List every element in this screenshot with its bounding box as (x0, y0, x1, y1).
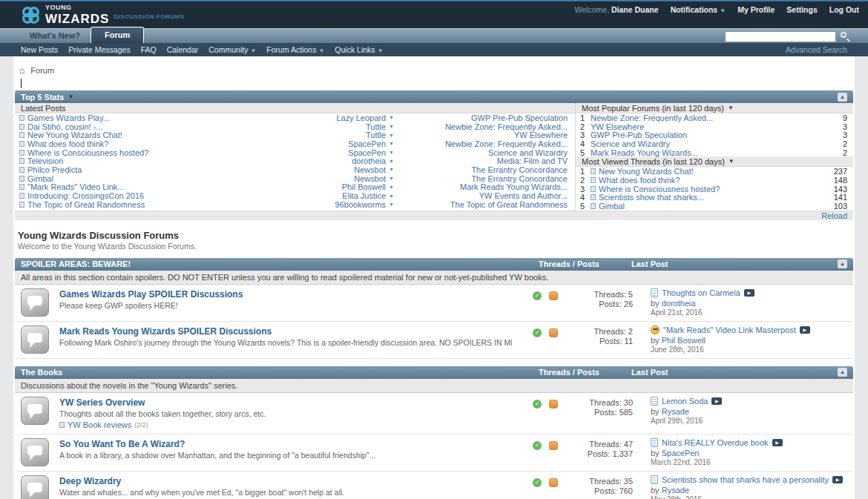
chevron-down-icon[interactable]: ▼ (389, 115, 394, 120)
viewed-thread-link[interactable]: What does food think? (599, 176, 831, 185)
latest-post-forum[interactable]: GWP Pre-Pub Speculation (401, 113, 571, 122)
chevron-down-icon[interactable]: ▼ (389, 150, 394, 155)
latest-post-user[interactable]: Lazy Leopard (303, 113, 386, 122)
breadcrumb-forum[interactable]: Forum (30, 66, 54, 75)
rss-icon[interactable] (549, 441, 558, 450)
viewed-thread-link[interactable]: Where is Consciousness hosted? (599, 185, 831, 194)
latest-post-forum[interactable]: Newbie Zone: Frequently Asked... (401, 139, 571, 148)
nav-new-posts[interactable]: New Posts (21, 45, 58, 54)
latest-post-user[interactable]: Phil Boswell (303, 182, 386, 191)
latest-post-title[interactable]: New Young Wizards Chat! (27, 130, 122, 139)
goto-last-post-icon[interactable]: ▶ (744, 289, 754, 297)
latest-post-title[interactable]: Gimbal (27, 174, 53, 183)
last-post-link[interactable]: Scientists show that sharks have a perso… (662, 475, 829, 484)
latest-post-user[interactable]: SpacePen (303, 139, 386, 148)
latest-post-forum[interactable]: YW Elsewhere (401, 130, 571, 139)
tab-whats-new[interactable]: What's New? (19, 29, 91, 43)
last-post-author[interactable]: dorotheia (662, 299, 696, 308)
reload-link[interactable]: Reload (821, 211, 847, 220)
latest-post-title[interactable]: Games Wizards Play... (27, 113, 110, 122)
nav-forum-actions[interactable]: Forum Actions▼ (266, 45, 324, 54)
goto-last-post-icon[interactable]: ▶ (832, 476, 843, 483)
subforum-link[interactable]: YW Book reviews (68, 420, 131, 429)
username-link[interactable]: Diane Duane (611, 5, 659, 14)
chevron-down-icon[interactable]: ▼ (389, 133, 394, 138)
nav-community[interactable]: Community▼ (208, 45, 256, 54)
advanced-search-link[interactable]: Advanced Search (786, 45, 847, 54)
latest-post-title[interactable]: Television (27, 156, 63, 165)
latest-post-user[interactable]: Newsbot (303, 174, 386, 183)
chevron-down-icon[interactable]: ▼ (389, 176, 394, 181)
latest-post-title[interactable]: Philco Predicta (27, 165, 82, 174)
forum-link[interactable]: Games Wizards Play SPOILER Discussions (59, 289, 512, 300)
latest-post-user[interactable]: Newsbot (303, 165, 386, 174)
latest-post-forum[interactable]: Science and Wizardry (401, 148, 571, 157)
rss-icon[interactable] (549, 478, 558, 487)
goto-last-post-icon[interactable]: ▶ (711, 397, 722, 405)
popular-forum-link[interactable]: YW Elsewhere (591, 122, 840, 131)
home-icon[interactable]: ⌂ (19, 65, 24, 76)
log-out-link[interactable]: Log Out (829, 5, 859, 14)
chevron-down-icon[interactable]: ▼ (729, 158, 734, 165)
goto-last-post-icon[interactable]: ▶ (800, 326, 810, 334)
latest-post-forum[interactable]: YW Events and Author... (401, 191, 571, 200)
latest-post-title[interactable]: The Topic of Great Randomness (27, 200, 145, 209)
last-post-link[interactable]: Thoughts on Carmela (662, 288, 740, 297)
latest-post-user[interactable]: SpacePen (303, 148, 386, 157)
last-post-author[interactable]: Phil Boswell (662, 336, 706, 345)
latest-post-title[interactable]: "Mark Reads" Video Link... (27, 182, 125, 191)
notifications-link[interactable]: Notifications▼ (671, 5, 726, 14)
goto-last-post-icon[interactable]: ▶ (772, 439, 783, 446)
forum-link[interactable]: Deep Wizardry (59, 476, 512, 486)
chevron-down-icon[interactable]: ▼ (389, 141, 394, 146)
rss-icon[interactable] (549, 291, 558, 300)
collapse-icon[interactable]: ▲ (838, 260, 847, 268)
section-title[interactable]: SPOILER AREAS: BEWARE! (21, 260, 539, 268)
search-button[interactable] (839, 30, 852, 42)
settings-link[interactable]: Settings (786, 5, 817, 14)
latest-post-user[interactable]: Tuttle (303, 130, 386, 139)
chevron-down-icon[interactable]: ▼ (389, 124, 394, 129)
last-post-link[interactable]: Nita's REALLY Overdue book (662, 438, 769, 447)
site-logo[interactable]: YOUNG WIZARDS DISCUSSION FORUMS (21, 4, 185, 25)
latest-post-forum[interactable]: The Topic of Great Randomness (401, 200, 571, 209)
chevron-down-icon[interactable]: ▼ (389, 202, 394, 207)
nav-faq[interactable]: FAQ (141, 45, 157, 54)
chevron-down-icon[interactable]: ▼ (389, 167, 394, 172)
nav-quick-links[interactable]: Quick Links▼ (335, 45, 383, 54)
latest-post-title[interactable]: Dai Stihó, cousin! -... (27, 122, 103, 131)
forum-link[interactable]: YW Series Overview (59, 397, 512, 408)
collapse-icon[interactable]: ▲ (838, 368, 847, 377)
chevron-down-icon[interactable]: ▼ (68, 93, 73, 100)
latest-post-forum[interactable]: Newbie Zone: Frequently Asked... (401, 122, 571, 131)
last-post-link[interactable]: "Mark Reads" Video Link Masterpost (663, 325, 796, 334)
popular-forum-link[interactable]: GWP Pre-Pub Speculation (591, 130, 840, 139)
latest-post-forum[interactable]: The Errantry Concordance (401, 174, 571, 183)
latest-post-user[interactable]: dorotheia (303, 156, 386, 165)
popular-forum-link[interactable]: Mark Reads Young Wizards... (591, 148, 840, 157)
rss-icon[interactable] (549, 400, 558, 409)
chevron-down-icon[interactable]: ▼ (728, 105, 734, 111)
latest-post-user[interactable]: Elita Justice (303, 191, 386, 200)
last-post-author[interactable]: Rysade (662, 486, 689, 495)
rss-icon[interactable] (549, 328, 558, 337)
latest-post-forum[interactable]: Mark Reads Young Wizards... (401, 182, 571, 191)
my-profile-link[interactable]: My Profile (737, 5, 775, 14)
viewed-thread-link[interactable]: New Young Wizards Chat! (599, 167, 831, 176)
chevron-down-icon[interactable]: ▼ (389, 185, 394, 190)
tab-forum[interactable]: Forum (91, 27, 144, 43)
latest-post-forum[interactable]: Media: Film and TV (401, 156, 571, 165)
latest-post-user[interactable]: 96bookworms (303, 200, 386, 209)
popular-forum-link[interactable]: Newbie Zone: Frequently Asked... (591, 113, 840, 122)
forum-link[interactable]: So You Want To Be A Wizard? (59, 439, 512, 449)
nav-private-messages[interactable]: Private Messages (68, 45, 130, 54)
chevron-down-icon[interactable]: ▼ (389, 159, 394, 164)
latest-post-title[interactable]: Introducing: CrossingsCon 2016 (27, 191, 144, 200)
latest-post-title[interactable]: Where is Consciousness hosted? (27, 148, 148, 157)
latest-post-user[interactable]: Tuttle (303, 122, 386, 131)
forum-link[interactable]: Mark Reads Young Wizards SPOILER Discuss… (59, 326, 512, 337)
section-title[interactable]: The Books (21, 368, 539, 377)
latest-post-title[interactable]: What does food think? (27, 139, 108, 148)
nav-calendar[interactable]: Calendar (167, 45, 199, 54)
last-post-author[interactable]: Rysade (662, 407, 689, 416)
